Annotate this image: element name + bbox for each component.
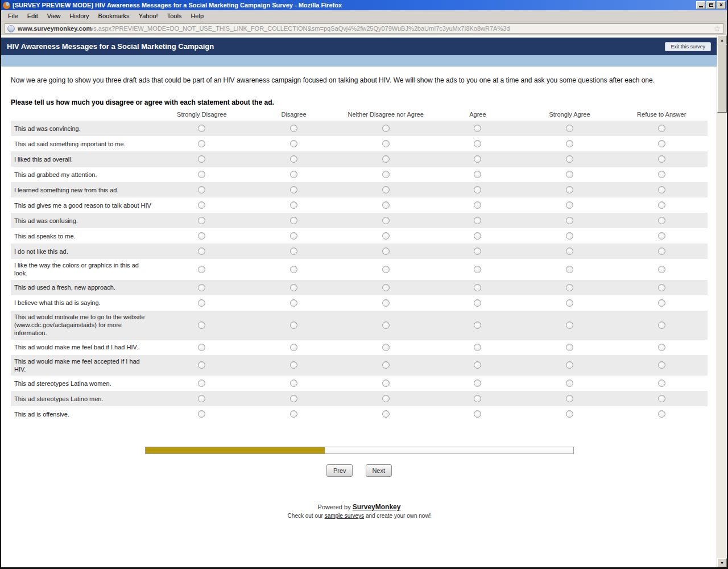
radio-disagree[interactable] — [290, 248, 297, 255]
radio-refuse-to-answer[interactable] — [658, 266, 665, 273]
radio-disagree[interactable] — [290, 232, 297, 240]
radio-agree[interactable] — [474, 217, 481, 224]
radio-strongly-agree[interactable] — [566, 380, 573, 387]
radio-strongly-agree[interactable] — [566, 321, 573, 329]
radio-neither-disagree-nor-agree[interactable] — [382, 361, 390, 369]
menu-item-file[interactable]: File — [3, 11, 23, 21]
radio-refuse-to-answer[interactable] — [658, 380, 665, 387]
radio-agree[interactable] — [474, 201, 481, 209]
radio-neither-disagree-nor-agree[interactable] — [382, 232, 390, 240]
radio-agree[interactable] — [474, 155, 481, 163]
radio-refuse-to-answer[interactable] — [658, 299, 665, 307]
scrollbar-thumb[interactable] — [717, 44, 727, 113]
radio-refuse-to-answer[interactable] — [658, 186, 665, 193]
restore-button[interactable] — [706, 1, 715, 9]
radio-strongly-disagree[interactable] — [198, 284, 205, 291]
radio-strongly-disagree[interactable] — [198, 171, 205, 178]
radio-agree[interactable] — [474, 321, 481, 329]
radio-neither-disagree-nor-agree[interactable] — [382, 299, 390, 307]
radio-neither-disagree-nor-agree[interactable] — [382, 186, 390, 193]
menu-item-bookmarks[interactable]: Bookmarks — [94, 11, 134, 21]
radio-strongly-disagree[interactable] — [198, 232, 205, 240]
radio-strongly-agree[interactable] — [566, 125, 573, 132]
radio-agree[interactable] — [474, 344, 481, 351]
menu-item-tools[interactable]: Tools — [163, 11, 187, 21]
radio-refuse-to-answer[interactable] — [658, 171, 665, 178]
radio-strongly-disagree[interactable] — [198, 344, 205, 351]
radio-neither-disagree-nor-agree[interactable] — [382, 217, 390, 224]
radio-refuse-to-answer[interactable] — [658, 217, 665, 224]
radio-strongly-agree[interactable] — [566, 299, 573, 307]
prev-button[interactable]: Prev — [326, 464, 353, 477]
radio-strongly-disagree[interactable] — [198, 395, 205, 402]
radio-strongly-disagree[interactable] — [198, 186, 205, 193]
menu-item-yahoo[interactable]: Yahoo! — [134, 11, 163, 21]
radio-disagree[interactable] — [290, 395, 297, 402]
radio-refuse-to-answer[interactable] — [658, 410, 665, 418]
surveymonkey-link[interactable]: SurveyMonkey — [353, 503, 401, 511]
radio-strongly-agree[interactable] — [566, 266, 573, 273]
radio-strongly-disagree[interactable] — [198, 410, 205, 418]
radio-refuse-to-answer[interactable] — [658, 284, 665, 291]
radio-refuse-to-answer[interactable] — [658, 201, 665, 209]
radio-disagree[interactable] — [290, 361, 297, 369]
close-button[interactable]: × — [717, 1, 726, 9]
radio-strongly-agree[interactable] — [566, 217, 573, 224]
minimize-button[interactable] — [696, 1, 705, 9]
radio-agree[interactable] — [474, 140, 481, 147]
radio-disagree[interactable] — [290, 380, 297, 387]
radio-strongly-agree[interactable] — [566, 410, 573, 418]
radio-agree[interactable] — [474, 395, 481, 402]
radio-refuse-to-answer[interactable] — [658, 395, 665, 402]
radio-neither-disagree-nor-agree[interactable] — [382, 395, 390, 402]
radio-refuse-to-answer[interactable] — [658, 361, 665, 369]
next-button[interactable]: Next — [366, 464, 392, 477]
radio-refuse-to-answer[interactable] — [658, 248, 665, 255]
bookmark-star-icon[interactable]: ☆ — [713, 24, 721, 32]
radio-agree[interactable] — [474, 248, 481, 255]
radio-strongly-disagree[interactable] — [198, 380, 205, 387]
radio-neither-disagree-nor-agree[interactable] — [382, 266, 390, 273]
menu-item-view[interactable]: View — [43, 11, 65, 21]
radio-strongly-disagree[interactable] — [198, 266, 205, 273]
radio-strongly-agree[interactable] — [566, 140, 573, 147]
radio-strongly-agree[interactable] — [566, 155, 573, 163]
radio-neither-disagree-nor-agree[interactable] — [382, 201, 390, 209]
radio-disagree[interactable] — [290, 299, 297, 307]
radio-agree[interactable] — [474, 266, 481, 273]
radio-disagree[interactable] — [290, 321, 297, 329]
radio-strongly-disagree[interactable] — [198, 321, 205, 329]
radio-strongly-agree[interactable] — [566, 186, 573, 193]
radio-disagree[interactable] — [290, 410, 297, 418]
scroll-up-button[interactable]: ▲ — [717, 35, 727, 44]
exit-survey-button[interactable]: Exit this survey — [665, 42, 711, 51]
radio-strongly-disagree[interactable] — [198, 248, 205, 255]
radio-refuse-to-answer[interactable] — [658, 321, 665, 329]
radio-neither-disagree-nor-agree[interactable] — [382, 321, 390, 329]
radio-agree[interactable] — [474, 125, 481, 132]
radio-agree[interactable] — [474, 410, 481, 418]
scroll-down-button[interactable]: ▼ — [717, 558, 727, 567]
radio-neither-disagree-nor-agree[interactable] — [382, 155, 390, 163]
url-field[interactable]: www.surveymonkey.com/s.aspx?PREVIEW_MODE… — [4, 23, 724, 34]
radio-disagree[interactable] — [290, 171, 297, 178]
radio-agree[interactable] — [474, 232, 481, 240]
radio-neither-disagree-nor-agree[interactable] — [382, 284, 390, 291]
radio-disagree[interactable] — [290, 284, 297, 291]
scrollbar-track[interactable] — [717, 113, 727, 558]
radio-strongly-agree[interactable] — [566, 284, 573, 291]
radio-disagree[interactable] — [290, 125, 297, 132]
radio-neither-disagree-nor-agree[interactable] — [382, 248, 390, 255]
radio-strongly-agree[interactable] — [566, 248, 573, 255]
menu-item-help[interactable]: Help — [186, 11, 208, 21]
radio-agree[interactable] — [474, 284, 481, 291]
radio-agree[interactable] — [474, 186, 481, 193]
radio-strongly-agree[interactable] — [566, 344, 573, 351]
radio-refuse-to-answer[interactable] — [658, 140, 665, 147]
radio-strongly-disagree[interactable] — [198, 125, 205, 132]
radio-disagree[interactable] — [290, 201, 297, 209]
radio-agree[interactable] — [474, 299, 481, 307]
radio-disagree[interactable] — [290, 266, 297, 273]
vertical-scrollbar[interactable]: ▲ ▼ — [717, 35, 727, 567]
radio-neither-disagree-nor-agree[interactable] — [382, 125, 390, 132]
